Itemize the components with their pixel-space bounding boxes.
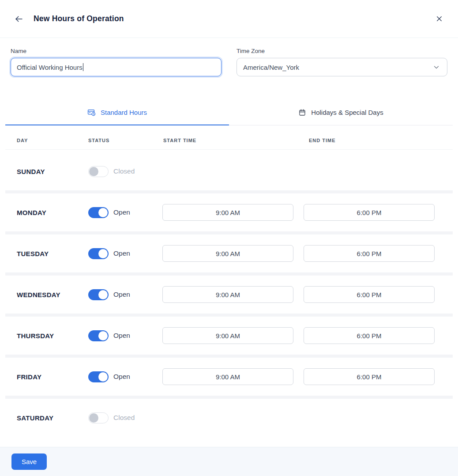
timezone-field: Time Zone America/New_York [237, 48, 447, 76]
status-toggle[interactable] [88, 289, 109, 300]
name-label: Name [11, 48, 221, 54]
back-button[interactable] [12, 12, 26, 26]
status-label: Open [113, 291, 130, 298]
end-time-input[interactable]: 6:00 PM [304, 204, 435, 221]
start-time-input[interactable]: 9:00 AM [162, 204, 293, 221]
status-label: Open [113, 332, 130, 340]
day-label: TUESDAY [17, 250, 88, 257]
tab-holidays-special-days[interactable]: Holidays & Special Days [229, 102, 453, 125]
status-cell: Open [88, 289, 162, 300]
status-toggle[interactable] [88, 371, 109, 382]
end-time-input[interactable]: 6:00 PM [304, 368, 435, 385]
toggle-knob [98, 331, 108, 340]
close-icon [435, 15, 443, 23]
status-toggle[interactable] [88, 412, 109, 423]
table-row: THURSDAY Open 9:00 AM 6:00 PM [5, 317, 453, 355]
start-time-input[interactable]: 9:00 AM [162, 245, 293, 262]
table-row: WEDNESDAY Open 9:00 AM 6:00 PM [5, 276, 453, 314]
status-label: Open [113, 373, 130, 381]
toggle-knob [98, 249, 108, 258]
start-time-input[interactable]: 9:00 AM [162, 327, 293, 344]
name-input[interactable]: Official Working Hours [11, 58, 221, 76]
column-header-day: DAY [17, 138, 88, 143]
day-label: WEDNESDAY [17, 291, 88, 298]
toggle-knob [98, 290, 108, 299]
end-time-cell: 6:00 PM [304, 327, 453, 344]
back-arrow-icon [14, 14, 24, 24]
tab-standard-hours-label: Standard Hours [101, 109, 147, 116]
end-time-input[interactable]: 6:00 PM [304, 327, 435, 344]
status-toggle[interactable] [88, 248, 109, 259]
name-input-value: Official Working Hours [17, 64, 83, 71]
table-row: SATURDAY Closed [5, 399, 453, 437]
day-label: THURSDAY [17, 332, 88, 340]
tab-holidays-label: Holidays & Special Days [311, 109, 383, 116]
day-label: FRIDAY [17, 373, 88, 381]
start-time-cell: 9:00 AM [162, 245, 304, 262]
timezone-value: America/New_York [243, 64, 299, 71]
status-cell: Open [88, 330, 162, 341]
form-section: Name Official Working Hours Time Zone Am… [0, 38, 458, 76]
table-row: SUNDAY Closed [5, 152, 453, 190]
status-toggle[interactable] [88, 330, 109, 341]
name-field: Name Official Working Hours [11, 48, 221, 76]
timezone-label: Time Zone [237, 48, 447, 54]
status-cell: Closed [88, 166, 162, 177]
start-time-cell: 9:00 AM [162, 327, 304, 344]
day-rows: SUNDAY Closed MONDAY Open 9:00 AM 6:00 P… [5, 152, 453, 437]
text-cursor [83, 63, 84, 71]
status-cell: Closed [88, 412, 162, 423]
toggle-knob [89, 167, 98, 176]
end-time-input[interactable]: 6:00 PM [304, 286, 435, 303]
calendar-icon [298, 109, 306, 117]
toggle-knob [98, 372, 108, 382]
start-time-input[interactable]: 9:00 AM [162, 286, 293, 303]
status-toggle[interactable] [88, 166, 109, 177]
tab-standard-hours[interactable]: Standard Hours [5, 102, 229, 125]
status-label: Open [113, 208, 130, 216]
status-label: Closed [113, 167, 135, 175]
start-time-input[interactable]: 9:00 AM [162, 368, 293, 385]
toggle-knob [89, 413, 98, 423]
end-time-cell: 6:00 PM [304, 368, 453, 385]
table-row: TUESDAY Open 9:00 AM 6:00 PM [5, 234, 453, 272]
save-button[interactable]: Save [11, 453, 47, 470]
status-cell: Open [88, 207, 162, 218]
column-header-start-time: START TIME [162, 138, 304, 143]
status-label: Closed [113, 414, 135, 422]
modal-header: New Hours of Operation [0, 0, 458, 38]
column-header-end-time: END TIME [304, 138, 453, 143]
tab-bar: Standard Hours Holidays & Special Days [5, 102, 453, 125]
start-time-cell: 9:00 AM [162, 286, 304, 303]
status-label: Open [113, 249, 130, 257]
start-time-cell: 9:00 AM [162, 204, 304, 221]
column-header-status: STATUS [88, 138, 162, 143]
schedule-clock-icon [87, 108, 96, 117]
start-time-cell: 9:00 AM [162, 368, 304, 385]
chevron-down-icon [432, 63, 440, 71]
status-cell: Open [88, 371, 162, 382]
table-header: DAY STATUS START TIME END TIME [5, 125, 453, 150]
status-cell: Open [88, 248, 162, 259]
table-row: MONDAY Open 9:00 AM 6:00 PM [5, 193, 453, 231]
end-time-cell: 6:00 PM [304, 286, 453, 303]
day-label: SUNDAY [17, 168, 88, 175]
end-time-cell: 6:00 PM [304, 204, 453, 221]
status-toggle[interactable] [88, 207, 109, 218]
table-row: FRIDAY Open 9:00 AM 6:00 PM [5, 358, 453, 396]
page-title: New Hours of Operation [34, 14, 124, 23]
close-button[interactable] [432, 12, 446, 26]
timezone-select[interactable]: America/New_York [237, 58, 447, 76]
footer-bar: Save [0, 447, 458, 476]
end-time-cell: 6:00 PM [304, 245, 453, 262]
day-label: MONDAY [17, 209, 88, 216]
end-time-input[interactable]: 6:00 PM [304, 245, 435, 262]
toggle-knob [98, 208, 108, 217]
day-label: SATURDAY [17, 414, 88, 422]
